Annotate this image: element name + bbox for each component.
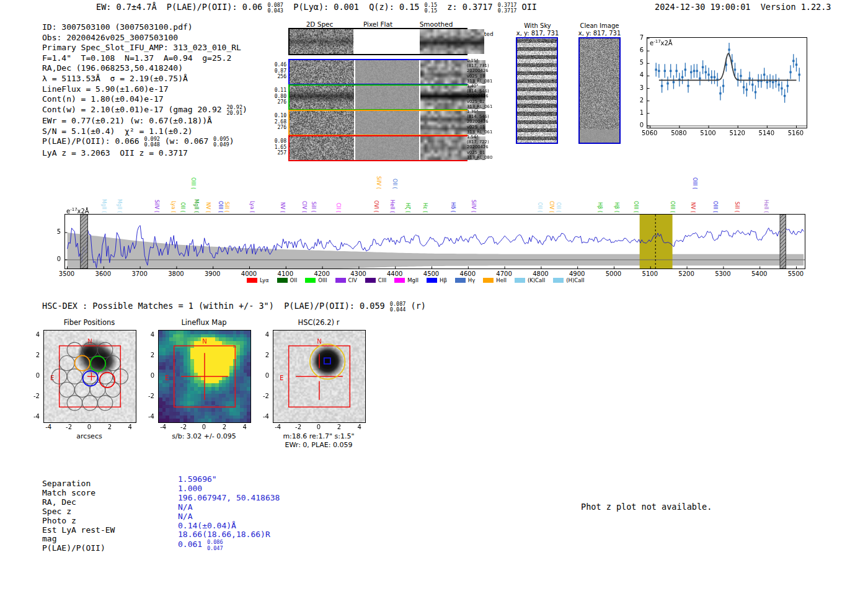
hsc-dex-header: HSC-DEX : Possible Matches = 1 (within +…: [42, 301, 426, 313]
elixer-report-page: EW: 0.7±4.7Å P(LAE)/P(OII): 0.06 0.0870.…: [0, 0, 868, 591]
legend-item: (H)CaII: [553, 277, 584, 283]
fiber-positions-title: Fiber Positions: [43, 318, 135, 327]
hsc-plae-frac: 0.0870.044: [390, 301, 406, 313]
cutout-ytick: 2: [29, 352, 40, 358]
line-marker: OIII (: [692, 177, 698, 189]
spectrum-xtick: 4600: [457, 270, 478, 277]
spectrum-xtick: 4000: [239, 270, 260, 277]
match-table-values: 1.59696"1.000196.067947, 50.418638N/AN/A…: [178, 475, 280, 551]
legend-color-swatch: [427, 278, 437, 283]
info-line-6: LineFlux = 5.90(±1.60)e-17: [42, 84, 247, 95]
spec2d-right-label: 0.15"(817, 731)20200426v025_03313_RL_081: [467, 58, 492, 84]
cutout-ytick: -2: [29, 393, 40, 399]
hsc-caption-1: m:18.6 re:1.7" s:1.5": [264, 432, 374, 440]
line-marker: OIII (: [218, 201, 223, 213]
line-marker: OII (: [556, 202, 561, 213]
cutout-xtick: 0: [311, 424, 326, 430]
lineflux-map-title: Lineflux Map: [158, 318, 250, 327]
plae-poii-value: P(LAE)/P(OII): 0.06: [167, 2, 262, 12]
spec2d-cell: [355, 60, 419, 84]
cutout-ytick: 0: [143, 372, 154, 379]
inset-ytick: 5: [636, 59, 644, 66]
spectrum-xtick: 4900: [567, 270, 588, 277]
spectrum-xtick: 4700: [494, 270, 515, 277]
line-marker: SiII (: [311, 202, 316, 213]
info-line-7: Cont(n) = 1.80(±0.04)e-17: [42, 94, 247, 105]
info-line-4: RA,Dec (196.068253,50.418240): [42, 63, 247, 74]
cutout-ytick: 0: [29, 372, 40, 379]
line-marker: Hβ (: [614, 202, 619, 213]
with-sky-cutout: [516, 37, 558, 144]
lineflux-map-canvas: [159, 331, 250, 422]
match-table-labels: SeparationMatch scoreRA, DecSpec zPhoto …: [42, 479, 115, 553]
cutout-ytick: -4: [143, 413, 154, 420]
inset-xtick: 5080: [670, 130, 688, 136]
match-value-1: 1.000: [178, 484, 280, 494]
legend-item: MgII: [394, 277, 418, 283]
plya-value: P(Lyα): 0.001: [293, 2, 359, 12]
spec2d-cell: [290, 86, 354, 109]
cutout-ytick: 4: [29, 331, 40, 338]
inset-ytick: 3: [636, 84, 644, 91]
z-frac: 0.37170.3717: [498, 2, 517, 14]
line-marker: OVI (: [373, 200, 379, 213]
spec2d-cell: [290, 111, 354, 135]
line-fit-plot: [647, 37, 807, 128]
spectrum-xtick: 5100: [639, 270, 660, 277]
legend-label: OII: [290, 277, 298, 283]
line-marker: CIV (: [301, 201, 307, 213]
spectrum-flux-units: e-17x2Å: [66, 207, 89, 215]
legend-item: CIV: [335, 277, 357, 283]
cutout-xtick: 4: [237, 424, 252, 430]
line-marker: Hζ (: [405, 203, 410, 213]
inset-flux-units: e-17x2Å: [650, 39, 673, 47]
top-summary-line: EW: 0.7±4.7Å P(LAE)/P(OII): 0.06 0.0870.…: [96, 2, 537, 14]
clean-image-cutout: [578, 37, 621, 144]
cutout-xtick: 0: [197, 424, 211, 430]
match-value-7: 0.061 0.0860.047: [178, 540, 280, 551]
line-fit-canvas: [647, 38, 807, 128]
line-marker: Hδ (: [450, 202, 456, 213]
with-sky-title: With Skyx, y: 817, 731: [510, 22, 565, 37]
spectrum-xtick: 3700: [129, 270, 150, 277]
line-marker: OIII (: [712, 201, 718, 213]
inset-xtick: 5120: [728, 130, 746, 136]
cutout-xtick: 4: [352, 424, 367, 430]
line-marker: SiII (: [224, 202, 229, 213]
info-line-0: ID: 3007503100 (3007503100.pdf): [42, 22, 247, 33]
inset-ytick: 2: [636, 97, 644, 104]
match-label-0: Separation: [42, 479, 115, 489]
cutout-ytick: 4: [143, 331, 154, 338]
cutout-xtick: 2: [102, 424, 117, 430]
spectrum-xtick: 5300: [712, 270, 733, 277]
legend-color-swatch: [247, 278, 257, 283]
match-value-5: 0.14(±0.04)Å: [178, 522, 280, 531]
info-line-10: S/N = 5.1(±0.4) χ² = 1.1(±0.2): [42, 127, 247, 137]
inset-xtick: 5140: [757, 130, 776, 136]
line-marker: HeII (: [763, 200, 769, 213]
inset-xtick: 5060: [640, 130, 659, 136]
line-marker: OII (: [537, 202, 542, 213]
cutout-ytick: -2: [258, 393, 269, 399]
line-marker: OIII (: [670, 201, 675, 213]
spec2d-cell: [355, 111, 419, 135]
cutout-xtick: -4: [270, 424, 285, 430]
spec2d-left-label: 0.460.87256: [272, 62, 286, 80]
cutout-xtick: -4: [156, 424, 170, 430]
line-marker: OII (: [180, 202, 185, 213]
match-label-7: P(LAE)/P(OII): [42, 544, 115, 553]
match-label-3: Spec z: [42, 507, 115, 517]
plae-frac: 0.0870.043: [267, 2, 283, 14]
spectrum-xtick: 4800: [530, 270, 551, 277]
cutout-xtick: 4: [123, 424, 138, 430]
spec2d-left-label: 0.110.80276: [272, 87, 286, 105]
legend-color-swatch: [365, 278, 376, 283]
spectrum-ytick: 0: [55, 256, 61, 262]
version-label: Version 1.22.3: [761, 2, 831, 12]
qz-frac: 0.150.15: [425, 2, 437, 14]
line-marker: NV (: [205, 202, 211, 213]
inset-ytick: 1: [636, 109, 644, 116]
line-marker: SiIV (: [376, 176, 381, 189]
spec2d-row: [288, 59, 467, 85]
legend-item: Lyα: [247, 277, 269, 283]
